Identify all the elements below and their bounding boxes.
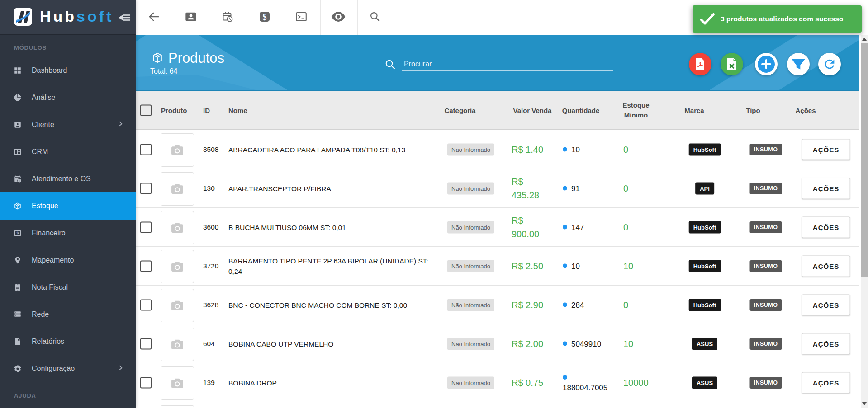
svg-text:$: $ bbox=[16, 231, 19, 235]
svg-text:$: $ bbox=[263, 13, 267, 22]
